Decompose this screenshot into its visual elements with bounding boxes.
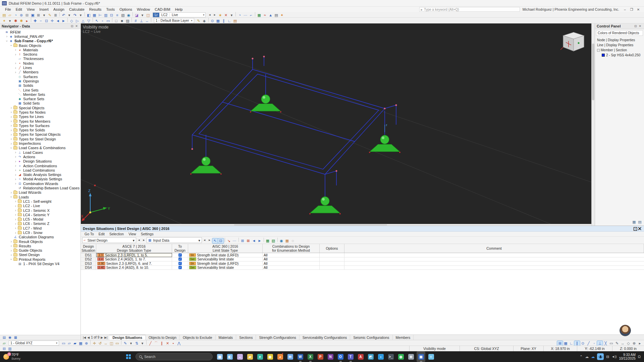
results-icon[interactable]: ≈: [262, 13, 268, 18]
arrow-down-icon[interactable]: ▾: [229, 13, 234, 18]
mail-icon[interactable]: ✉: [286, 351, 294, 362]
tree-item[interactable]: ▱Thicknesses: [0, 57, 80, 61]
prev-table-button[interactable]: ◄: [137, 239, 141, 242]
menu-insert[interactable]: Insert: [37, 7, 51, 11]
parallel-tool-icon[interactable]: ∥: [159, 341, 165, 346]
guidelines-icon[interactable]: ∥: [221, 18, 227, 23]
collapse-icon[interactable]: −: [597, 49, 600, 52]
limit-state-cell[interactable]: Str.Strength limit state (LRFD): [188, 253, 263, 257]
object-snap-icon[interactable]: ⊙: [580, 341, 586, 346]
menu-tools[interactable]: Tools: [104, 7, 117, 11]
chart-icon[interactable]: ▲: [268, 13, 273, 18]
limit-state-cell[interactable]: Ser.Serviceability limit state: [188, 266, 263, 270]
expand-chevron-icon[interactable]: ›: [14, 182, 17, 185]
tree-item[interactable]: ›Types for Steel Design: [0, 137, 80, 141]
expand-chevron-icon[interactable]: ›: [9, 106, 13, 110]
section-view-icon[interactable]: ⊢: [97, 13, 103, 18]
expand-chevron-icon[interactable]: ›: [14, 208, 17, 212]
y-view-icon[interactable]: △: [80, 18, 86, 23]
grid-toggle-icon[interactable]: ▦: [563, 341, 569, 346]
combinations-cell[interactable]: All: [263, 266, 320, 270]
menu-edit[interactable]: Edit: [13, 7, 24, 11]
workplane-icon[interactable]: ▱: [1, 341, 7, 346]
arc-tool-icon[interactable]: ⌒: [153, 341, 159, 346]
keyword-search-input[interactable]: ▸Type a keyword (Alt+Q): [419, 7, 520, 12]
tree-item[interactable]: ›≈Modal Analysis Settings: [0, 177, 80, 181]
viewport-horizontal-scrollbar[interactable]: [81, 224, 591, 226]
to-design-cell[interactable]: ✓: [172, 261, 188, 265]
close-panel-icon[interactable]: ✕: [638, 24, 642, 28]
column-header[interactable]: ASCE 7 | 2016Design Situation Type: [96, 244, 172, 253]
explorer-icon[interactable]: ▰: [246, 351, 254, 362]
table-menu-edit[interactable]: Edit: [96, 232, 107, 236]
expand-chevron-icon[interactable]: ›: [14, 204, 17, 208]
tree-item[interactable]: ›Types for Members: [0, 119, 80, 123]
limit-state-cell[interactable]: Ser.Serviceability limit state: [188, 257, 263, 261]
tree-item[interactable]: ›LC6 - Seismic Z: [0, 222, 80, 226]
selection-mode-icon[interactable]: ⊟: [1, 346, 7, 351]
row-id[interactable]: DS3: [81, 261, 96, 265]
volume-icon[interactable]: ◄)): [612, 355, 617, 358]
menu-window[interactable]: Window: [135, 7, 152, 11]
ortho-toggle-icon[interactable]: ∟: [569, 341, 574, 346]
comment-cell[interactable]: [344, 266, 644, 270]
tab-strength-configurations[interactable]: Strength Configurations: [256, 335, 299, 340]
tab-serviceability-configurations[interactable]: Serviceability Configurations: [300, 335, 350, 340]
combinations-cell[interactable]: All: [263, 253, 320, 257]
layer-edit-icon[interactable]: ✎: [196, 18, 202, 23]
star-yellow-icon[interactable]: ✱: [18, 18, 24, 23]
tree-item[interactable]: ›LC7 - Wind: [0, 226, 80, 230]
table-row[interactable]: DS42.4ESection 2.4 (ASD), 8. to 10.✓Ser.…: [81, 266, 644, 270]
tree-item[interactable]: ≋RFEM: [0, 30, 80, 34]
ruler-icon[interactable]: ▭: [608, 341, 614, 346]
cloud-icon[interactable]: ◔: [13, 13, 18, 18]
copilot-icon[interactable]: ◒: [235, 351, 244, 362]
column-header[interactable]: Comment: [344, 244, 644, 253]
pan-icon[interactable]: ✛: [49, 18, 55, 23]
settings-app-icon[interactable]: ⊛: [407, 351, 415, 362]
tab-materials[interactable]: Materials: [216, 335, 236, 340]
hash-grid-icon[interactable]: #: [133, 18, 139, 23]
tree-item[interactable]: ∠Calculation Diagrams: [0, 235, 80, 239]
expand-chevron-icon[interactable]: ›: [14, 53, 17, 56]
expand-chevron-icon[interactable]: ›: [9, 240, 13, 243]
table-menu-view[interactable]: View: [126, 232, 139, 236]
widgets-icon[interactable]: ◧: [225, 351, 234, 362]
tree-item[interactable]: ↺Relationship Between Load Cases: [0, 186, 80, 190]
col-left-icon[interactable]: ◄: [251, 238, 257, 243]
select-cell-icon[interactable]: ⊡: [218, 238, 224, 243]
options-cell[interactable]: [320, 266, 344, 270]
tree-item[interactable]: ›╱Lines: [0, 65, 80, 70]
calc-icon[interactable]: ▦: [256, 13, 262, 18]
tree-item[interactable]: ›LC1 - Self-weight: [0, 199, 80, 203]
menu-view[interactable]: View: [24, 7, 37, 11]
tree-item[interactable]: ›⊡Combination Wizards: [0, 181, 80, 186]
col-right-icon[interactable]: ►: [257, 238, 263, 243]
to-design-cell[interactable]: ✓: [172, 257, 188, 261]
limit-state-cell[interactable]: Str.Strength limit state (LRFD): [188, 261, 263, 265]
favorites-icon[interactable]: ★: [217, 13, 223, 18]
cad-icon[interactable]: ◇: [626, 341, 631, 346]
data-navigator-tab-icon[interactable]: ▤: [1, 335, 7, 340]
design-situation-type-cell[interactable]: 2.4Section 2.4 (ASD), 1. to 7.: [96, 257, 172, 261]
to-design-checkbox[interactable]: ✓: [178, 262, 182, 265]
tree-item[interactable]: ›»Action Combinations: [0, 164, 80, 168]
select-box-icon[interactable]: ▫: [100, 18, 105, 23]
tree-item[interactable]: ›◈Sub Frame - Copy.rf6*: [0, 39, 80, 43]
taskbar-clock[interactable]: 9:33 AM 10/11/2025: [619, 353, 635, 360]
tables-icon[interactable]: ⊡: [109, 13, 114, 18]
views-navigator-tab-icon[interactable]: ▦: [13, 335, 18, 340]
edge-icon[interactable]: e: [256, 351, 264, 362]
expand-chevron-icon[interactable]: ›: [9, 191, 13, 194]
tab-objects-to-design[interactable]: Objects to Design: [146, 335, 180, 340]
chrome-icon[interactable]: ◉: [266, 351, 274, 362]
minimize-button[interactable]: –: [622, 8, 628, 11]
table-menu-settings[interactable]: Settings: [139, 232, 156, 236]
column-header[interactable]: DesignSituation: [81, 244, 96, 253]
rotate-grid-icon[interactable]: ↺: [97, 341, 103, 346]
float-panel-icon[interactable]: ⊡: [633, 24, 638, 28]
ai-assistant-icon[interactable]: ✦: [279, 13, 285, 18]
origin-icon[interactable]: ⊕: [84, 341, 89, 346]
table-view-combo[interactable]: ▦Input Data▾: [147, 237, 202, 243]
zoom-window-icon[interactable]: ⊡: [44, 18, 49, 23]
